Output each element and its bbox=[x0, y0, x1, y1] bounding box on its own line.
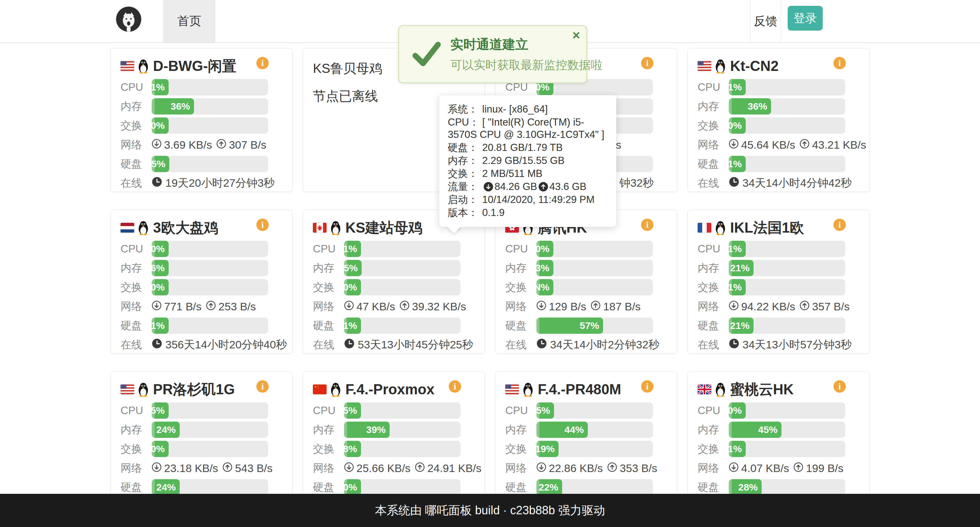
usage-percent-label: 15% bbox=[531, 405, 550, 416]
stat-row-cpu: CPU5% bbox=[121, 402, 268, 419]
server-info-tooltip: 系统：linux- [x86_64]CPU：[ "Intel(R) Core(T… bbox=[439, 95, 616, 227]
stat-row-swap: 交换0% bbox=[698, 117, 845, 134]
info-icon[interactable]: i bbox=[449, 380, 461, 393]
usage-bar-fill: 8% bbox=[344, 441, 361, 457]
usage-bar-track: 0% bbox=[344, 279, 460, 295]
stat-label-mem: 内存 bbox=[698, 423, 729, 437]
network-values: 129 B/s 187 B/s bbox=[536, 300, 653, 313]
usage-bar-track: 22% bbox=[536, 479, 653, 495]
stat-row-swap: 交换0% bbox=[313, 279, 460, 295]
stat-label-disk: 硬盘 bbox=[121, 480, 152, 495]
info-icon[interactable]: i bbox=[256, 57, 269, 69]
linux-tux-icon bbox=[137, 59, 149, 73]
stat-row-mem: 内存39% bbox=[313, 422, 460, 438]
stat-label-online: 在线 bbox=[121, 176, 152, 191]
info-icon[interactable]: i bbox=[834, 57, 846, 69]
stat-label-online: 在线 bbox=[698, 176, 729, 191]
nav-link-feedback[interactable]: 反馈 bbox=[750, 0, 781, 42]
network-download-value: 4.07 KB/s bbox=[741, 462, 789, 474]
network-values: 45.64 KB/s 43.21 KB/s bbox=[729, 139, 866, 151]
stat-label-disk: 硬盘 bbox=[505, 318, 536, 333]
network-values: 4.07 KB/s 199 B/s bbox=[729, 462, 845, 474]
usage-bar-track: 1% bbox=[344, 318, 460, 334]
stat-row-mem: 内存36% bbox=[121, 98, 268, 115]
usage-bar-track: 1% bbox=[729, 441, 845, 457]
nav-tab-home[interactable]: 首页 bbox=[164, 0, 215, 42]
usage-bar-fill: 11% bbox=[729, 156, 746, 172]
stat-label-mem: 内存 bbox=[505, 261, 536, 276]
stat-label-swap: 交换 bbox=[313, 442, 344, 457]
usage-percent-label: 1% bbox=[728, 243, 742, 254]
country-flag-fr bbox=[698, 223, 711, 233]
stat-label-net: 网络 bbox=[313, 299, 344, 314]
usage-bar-fill: 1% bbox=[344, 318, 361, 334]
stat-row-online: 在线 19天20小时27分钟3秒 bbox=[121, 175, 268, 191]
info-icon[interactable]: i bbox=[641, 380, 654, 393]
usage-bar-fill: 0% bbox=[152, 241, 169, 257]
country-flag-us bbox=[505, 385, 519, 394]
stat-label-cpu: CPU bbox=[121, 243, 152, 255]
arrow-up-circle-icon bbox=[216, 139, 226, 151]
tooltip-row: 启动：10/14/2020, 11:49:29 PM bbox=[448, 193, 608, 206]
info-icon[interactable]: i bbox=[256, 219, 269, 231]
server-name: 3欧大盘鸡 bbox=[153, 218, 218, 238]
usage-percent-label: 36% bbox=[748, 101, 767, 112]
linux-tux-icon bbox=[137, 382, 149, 397]
linux-tux-icon bbox=[714, 59, 726, 73]
network-download-value: 47 KB/s bbox=[356, 300, 395, 313]
site-logo-avatar[interactable] bbox=[116, 6, 142, 32]
server-card-header: Kt-CN2 bbox=[698, 57, 845, 75]
info-icon[interactable]: i bbox=[834, 380, 846, 393]
stat-label-net: 网络 bbox=[121, 137, 152, 152]
network-download-value: 3.69 KB/s bbox=[164, 139, 212, 151]
login-button[interactable]: 登录 bbox=[788, 6, 823, 30]
usage-bar-fill: 1% bbox=[729, 241, 746, 257]
usage-percent-label: 21% bbox=[730, 262, 749, 273]
country-flag-us bbox=[698, 61, 711, 71]
online-value: 34天14小时2分钟32秒 bbox=[536, 337, 659, 352]
cat-avatar-icon bbox=[116, 6, 142, 32]
usage-percent-label: 39% bbox=[366, 424, 386, 435]
info-icon[interactable]: i bbox=[834, 219, 846, 231]
tooltip-row-label: 启动： bbox=[448, 193, 482, 206]
usage-percent-label: 21% bbox=[730, 320, 749, 331]
usage-bar-fill: 15% bbox=[344, 260, 362, 276]
usage-percent-label: 11% bbox=[723, 158, 742, 169]
stat-label-cpu: CPU bbox=[121, 404, 152, 417]
linux-tux-icon bbox=[714, 382, 726, 397]
tooltip-row: 交换：2 MB/511 MB bbox=[448, 168, 608, 180]
usage-bar-track: 19% bbox=[536, 441, 653, 457]
clock-icon bbox=[729, 338, 739, 351]
network-download-value: 25.66 KB/s bbox=[356, 462, 410, 474]
server-card: i 3欧大盘鸡CPU0%内存6%交换0%网络 771 B/s 253 B/s硬盘… bbox=[110, 210, 293, 354]
usage-bar-track: 1% bbox=[729, 241, 845, 257]
usage-percent-label: N% bbox=[534, 282, 549, 293]
stat-label-cpu: CPU bbox=[121, 81, 152, 93]
arrow-down-circle-icon bbox=[482, 181, 495, 192]
network-values: 771 B/s 253 B/s bbox=[152, 300, 268, 313]
arrow-down-circle-icon bbox=[729, 139, 738, 151]
stat-row-mem: 内存45% bbox=[698, 422, 845, 438]
linux-tux-icon bbox=[330, 382, 342, 397]
info-icon[interactable]: i bbox=[256, 380, 269, 393]
network-upload-value: 357 B/s bbox=[812, 300, 850, 313]
info-icon[interactable]: i bbox=[641, 57, 654, 69]
usage-bar-fill: 0% bbox=[152, 117, 169, 134]
arrow-up-circle-icon bbox=[800, 300, 810, 313]
network-download-value: 771 B/s bbox=[164, 300, 202, 313]
stat-label-mem: 内存 bbox=[698, 261, 729, 276]
usage-bar-fill: 57% bbox=[536, 318, 603, 334]
usage-percent-label: 28% bbox=[738, 482, 758, 493]
info-icon[interactable]: i bbox=[641, 219, 654, 231]
stat-row-swap: 交换1% bbox=[698, 279, 845, 295]
usage-bar-track: 0% bbox=[152, 117, 268, 134]
tooltip-row: 流量： 84.26 GB 43.6 GB bbox=[448, 180, 608, 193]
stat-label-mem: 内存 bbox=[121, 423, 152, 437]
server-card: i KS建站母鸡CPU1%内存15%交换0%网络 47 KB/s 39.32 K… bbox=[303, 210, 485, 354]
stat-label-mem: 内存 bbox=[698, 99, 729, 114]
network-download-value: 23.18 KB/s bbox=[164, 462, 218, 474]
stat-row-disk: 硬盘1% bbox=[121, 318, 268, 334]
usage-bar-track: 24% bbox=[152, 479, 268, 495]
server-card: i IKL法国1欧CPU1%内存21%交换1%网络 94.22 KB/s 357… bbox=[687, 210, 870, 354]
close-icon[interactable]: × bbox=[573, 29, 580, 42]
